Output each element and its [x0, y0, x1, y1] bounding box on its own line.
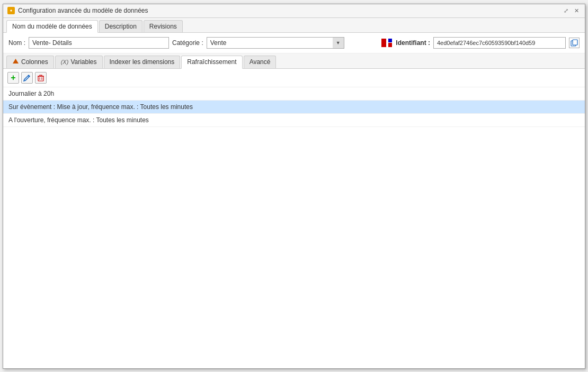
svg-rect-8: [38, 76, 43, 81]
svg-rect-1: [381, 39, 386, 47]
tab-colonnes[interactable]: Colonnes: [6, 56, 54, 68]
id-flag-icon: [381, 38, 393, 48]
tab-revisions[interactable]: Revisions: [144, 20, 183, 32]
title-bar-controls: ⤢ ✕: [562, 6, 581, 15]
title-bar: Configuration avancée du modèle de donné…: [3, 4, 585, 18]
list-item[interactable]: A l'ouverture, fréquence max. : Toutes l…: [3, 114, 585, 127]
tab-variables[interactable]: (X) Variables: [55, 56, 103, 68]
svg-marker-7: [13, 59, 19, 63]
add-button[interactable]: +: [7, 72, 19, 84]
tab-description[interactable]: Description: [99, 20, 142, 32]
form-row: Nom : Catégorie : Vente ▼: [8, 37, 580, 49]
window-icon: [7, 7, 15, 14]
svg-rect-2: [386, 39, 388, 47]
nom-input[interactable]: [29, 37, 169, 49]
tab-nom[interactable]: Nom du modèle de données: [6, 20, 98, 33]
categorie-wrapper: Vente ▼: [207, 37, 344, 49]
resize-button[interactable]: ⤢: [562, 6, 570, 15]
categorie-select[interactable]: Vente: [207, 37, 344, 49]
edit-button[interactable]: [21, 72, 33, 84]
tab-indexer[interactable]: Indexer les dimensions: [104, 56, 181, 68]
main-tabs: Nom du modèle de données Description Rev…: [3, 18, 585, 33]
tab-avance[interactable]: Avancé: [244, 56, 277, 68]
svg-rect-6: [573, 40, 577, 45]
close-button[interactable]: ✕: [572, 6, 581, 15]
copy-button[interactable]: [569, 38, 580, 48]
identifiant-label: Identifiant :: [396, 39, 430, 47]
tab-rafraichissement[interactable]: Rafraîchissement: [181, 56, 242, 69]
svg-rect-3: [388, 39, 392, 42]
main-window: Configuration avancée du modèle de donné…: [3, 4, 585, 369]
identifiant-input: [433, 37, 566, 49]
inner-tabs: Colonnes (X) Variables Indexer les dimen…: [3, 53, 585, 69]
content-list: Journalier à 20h Sur évènement : Mise à …: [3, 87, 585, 368]
colonnes-icon: [12, 58, 19, 66]
svg-rect-4: [388, 43, 392, 47]
identifiant-section: Identifiant :: [381, 37, 580, 49]
toolbar: +: [3, 69, 585, 87]
title-bar-left: Configuration avancée du modèle de donné…: [7, 7, 148, 14]
form-section: Nom : Catégorie : Vente ▼: [3, 33, 585, 53]
delete-button[interactable]: [35, 72, 47, 84]
categorie-label: Catégorie :: [172, 39, 203, 47]
nom-label: Nom :: [8, 39, 25, 47]
window-title: Configuration avancée du modèle de donné…: [18, 7, 148, 14]
list-item[interactable]: Sur évènement : Mise à jour, fréquence m…: [3, 101, 585, 114]
list-item[interactable]: Journalier à 20h: [3, 87, 585, 101]
variables-icon: (X): [61, 59, 69, 65]
